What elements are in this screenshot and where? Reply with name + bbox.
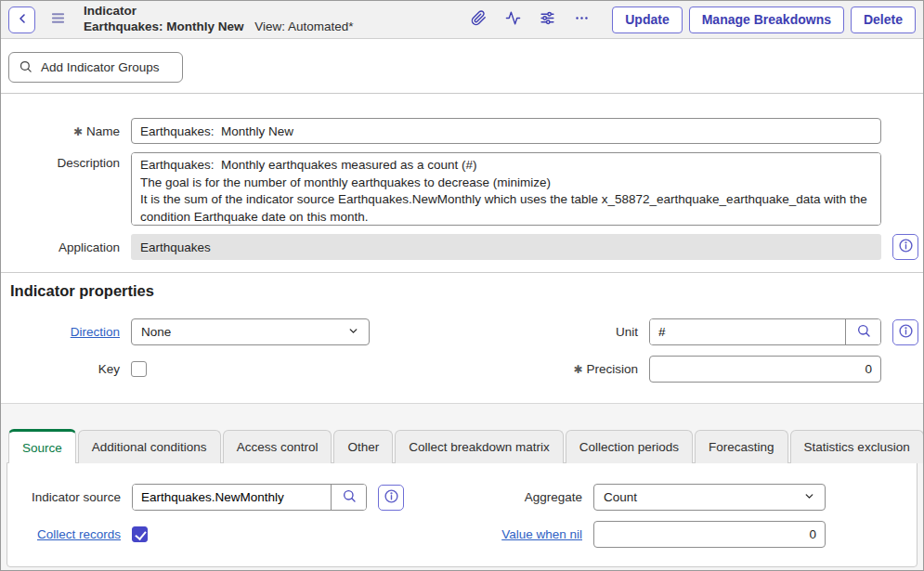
activity-stream-button[interactable] <box>500 6 526 32</box>
mandatory-icon: ✱ <box>573 363 582 376</box>
indicator-form-page: Indicator Earthquakes: Monthly New View:… <box>0 0 924 571</box>
record-type-label: Indicator <box>84 4 354 19</box>
direction-select[interactable]: None <box>131 318 370 345</box>
activity-pulse-icon <box>505 10 521 29</box>
indicator-source-label: Indicator source <box>7 490 132 504</box>
value-when-nil-link[interactable]: Value when nil <box>501 527 582 541</box>
description-row: Description Earthquakes: Monthly earthqu… <box>1 152 923 226</box>
indicator-source-info-button[interactable] <box>378 485 404 511</box>
tab-other[interactable]: Other <box>333 430 393 463</box>
delete-button[interactable]: Delete <box>851 6 916 33</box>
unit-label: Unit <box>462 325 649 339</box>
application-label: Application <box>1 240 131 254</box>
record-title: Indicator Earthquakes: Monthly New View:… <box>84 4 354 35</box>
description-textarea[interactable]: Earthquakes: Monthly earthquakes measure… <box>131 152 881 226</box>
tab-additional-conditions[interactable]: Additional conditions <box>78 430 221 463</box>
direction-unit-row: Direction None Unit <box>1 318 923 345</box>
aggregate-label: Aggregate <box>469 490 593 504</box>
tab-access-control[interactable]: Access control <box>223 430 332 463</box>
source-tab-panel: Indicator source <box>7 462 917 567</box>
manage-breakdowns-button[interactable]: Manage Breakdowns <box>689 6 844 33</box>
direction-link[interactable]: Direction <box>71 325 120 339</box>
unit-info-button[interactable] <box>892 319 918 345</box>
personalize-form-button[interactable] <box>534 6 560 32</box>
aggregate-select[interactable]: Count <box>593 484 826 511</box>
chevron-down-icon <box>347 325 359 340</box>
direction-label: Direction <box>1 325 131 339</box>
chevron-left-icon <box>15 11 30 29</box>
application-row: Application Earthquakes <box>1 234 923 260</box>
header-bar: Indicator Earthquakes: Monthly New View:… <box>1 1 923 39</box>
collect-records-link[interactable]: Collect records <box>37 527 121 541</box>
section-divider <box>1 272 923 273</box>
search-icon <box>19 59 33 76</box>
tab-collect-breakdown-matrix[interactable]: Collect breakdown matrix <box>395 430 564 463</box>
value-when-nil-input[interactable] <box>593 521 826 548</box>
sliders-icon <box>540 10 555 29</box>
info-icon <box>384 488 399 507</box>
unit-field-group <box>649 318 881 345</box>
view-label: View: Automated* <box>254 19 353 33</box>
context-menu-button[interactable] <box>45 6 71 32</box>
update-button[interactable]: Update <box>612 6 682 33</box>
ellipsis-icon <box>574 10 590 29</box>
back-button[interactable] <box>8 6 35 33</box>
unit-input[interactable] <box>650 319 845 344</box>
collect-records-nil-row: Collect records Value when nil <box>7 521 917 548</box>
tab-statistics-exclusion[interactable]: Statistics exclusion <box>790 430 924 463</box>
collect-records-label: Collect records <box>7 527 132 541</box>
indicator-source-lookup-button[interactable] <box>331 485 366 510</box>
paperclip-icon <box>471 10 487 29</box>
indicator-form: ✱Name Description Earthquakes: Monthly e… <box>1 94 923 404</box>
indicator-groups-bar: Add Indicator Groups <box>1 39 923 94</box>
add-indicator-groups-input[interactable]: Add Indicator Groups <box>8 52 183 83</box>
application-info-button[interactable] <box>892 234 918 260</box>
description-label: Description <box>1 152 131 170</box>
tab-collection-periods[interactable]: Collection periods <box>566 430 693 463</box>
tab-section: Source Additional conditions Access cont… <box>1 404 923 570</box>
add-indicator-groups-placeholder: Add Indicator Groups <box>41 60 160 74</box>
more-options-button[interactable] <box>568 6 594 32</box>
application-value: Earthquakes <box>131 234 881 260</box>
name-input[interactable] <box>131 118 881 144</box>
tab-source[interactable]: Source <box>8 429 76 463</box>
precision-input[interactable] <box>649 356 881 383</box>
tab-forecasting[interactable]: Forecasting <box>695 430 788 463</box>
mandatory-icon: ✱ <box>73 125 83 138</box>
unit-lookup-button[interactable] <box>845 319 880 344</box>
precision-label: ✱Precision <box>462 362 649 376</box>
info-icon <box>898 238 914 256</box>
name-row: ✱Name <box>1 118 923 144</box>
tab-strip: Source Additional conditions Access cont… <box>8 430 917 463</box>
search-icon <box>856 323 871 341</box>
collect-records-checkbox[interactable] <box>132 526 148 542</box>
key-precision-row: Key ✱Precision <box>1 356 923 383</box>
name-label: ✱Name <box>1 124 131 138</box>
hamburger-menu-icon <box>50 10 66 29</box>
section-title: Indicator properties <box>10 282 923 300</box>
key-label: Key <box>1 362 131 376</box>
indicator-source-aggregate-row: Indicator source <box>7 484 917 511</box>
indicator-source-input[interactable] <box>133 485 331 510</box>
value-when-nil-label: Value when nil <box>469 527 593 541</box>
indicator-source-field-group <box>132 484 367 511</box>
attachment-button[interactable] <box>465 6 491 32</box>
search-icon <box>342 488 357 506</box>
info-icon <box>898 323 914 342</box>
key-checkbox[interactable] <box>131 361 147 377</box>
record-name-label: Earthquakes: Monthly New <box>84 19 244 33</box>
chevron-down-icon <box>803 490 815 505</box>
